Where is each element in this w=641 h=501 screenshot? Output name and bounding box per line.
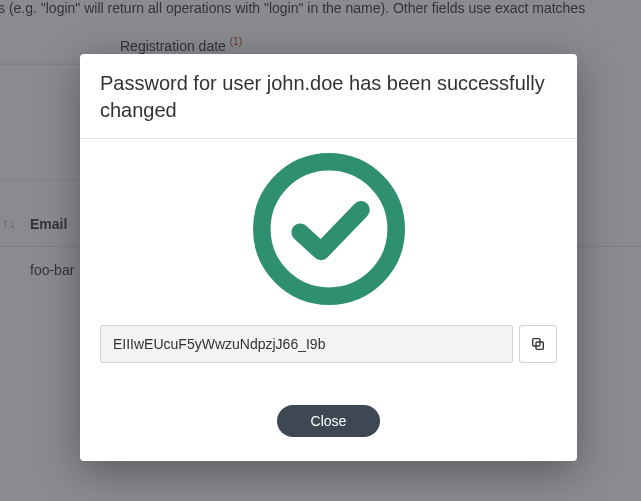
- generated-password-field[interactable]: [100, 325, 513, 363]
- modal-body: Close: [80, 139, 577, 461]
- password-row: [100, 325, 557, 363]
- copy-icon: [530, 336, 546, 352]
- close-button[interactable]: Close: [277, 405, 381, 437]
- copy-password-button[interactable]: [519, 325, 557, 363]
- password-changed-modal: Password for user john.doe has been succ…: [80, 54, 577, 461]
- svg-point-0: [261, 162, 395, 296]
- success-check-icon: [249, 149, 409, 309]
- modal-title: Password for user john.doe has been succ…: [80, 54, 577, 139]
